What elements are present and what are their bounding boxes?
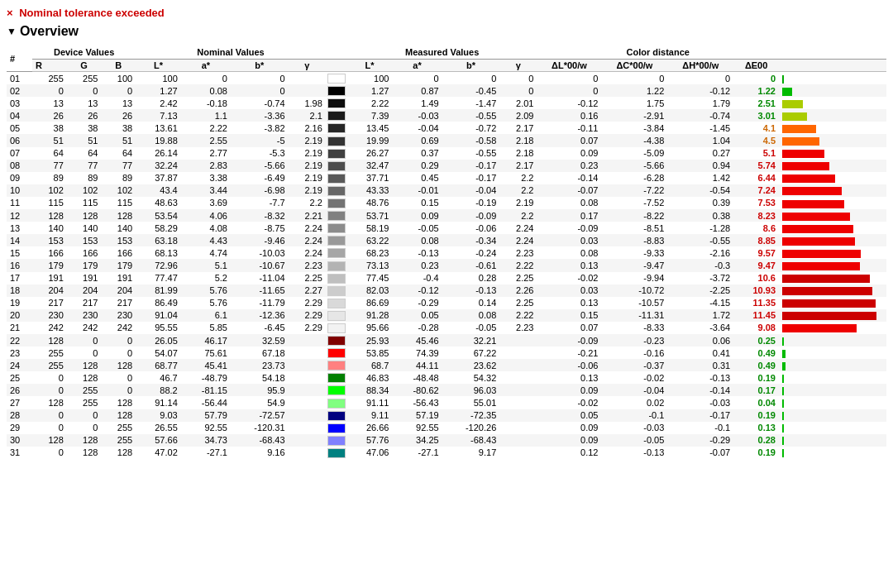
triangle-icon: ▼ bbox=[7, 26, 17, 37]
table-row: 27 128 255 128 91.14 -56.44 54.9 91.11 -… bbox=[7, 396, 886, 409]
cell-B: 115 bbox=[101, 197, 136, 209]
cell-Lmeas: 47.06 bbox=[347, 447, 393, 459]
table-row: 04 26 26 26 7.13 1.1 -3.36 2.1 7.39 -0.0… bbox=[7, 109, 886, 122]
cell-G: 128 bbox=[67, 434, 102, 447]
warning-text: Nominal tolerance exceeded bbox=[19, 7, 165, 19]
bar-indicator bbox=[782, 437, 784, 445]
cell-R: 0 bbox=[32, 371, 67, 384]
cell-dL: 0.03 bbox=[537, 234, 601, 246]
cell-dC: -0.02 bbox=[601, 371, 667, 384]
bar-indicator bbox=[782, 387, 784, 395]
cell-anom: 3.69 bbox=[181, 197, 231, 209]
cell-dH: 0.38 bbox=[667, 209, 733, 222]
cell-G: 255 bbox=[67, 72, 102, 85]
cell-Lnom: 46.7 bbox=[136, 371, 181, 384]
cell-Lmeas: 9.11 bbox=[347, 409, 393, 422]
cell-gmeas: 2.24 bbox=[499, 234, 537, 246]
cell-anom: 34.73 bbox=[181, 434, 231, 447]
cell-bar bbox=[779, 384, 886, 396]
cell-Lnom: 48.63 bbox=[136, 197, 181, 209]
cell-anom: 4.08 bbox=[181, 222, 231, 234]
cell-dC: -0.23 bbox=[601, 334, 667, 347]
cell-dL: 0.12 bbox=[537, 447, 601, 459]
cell-G: 166 bbox=[67, 246, 102, 259]
cell-dL: -0.02 bbox=[537, 396, 601, 409]
swatch-nominal bbox=[326, 422, 347, 434]
cell-dH: -0.13 bbox=[667, 371, 733, 384]
cell-dL: 0.13 bbox=[537, 297, 601, 309]
col-gmeas: γ bbox=[499, 60, 537, 72]
swatch-nominal bbox=[326, 396, 347, 409]
cell-dC: -0.16 bbox=[601, 347, 667, 359]
col-bmeas: b* bbox=[442, 60, 500, 72]
cell-bmeas: -68.43 bbox=[442, 434, 500, 447]
cell-dC: -5.66 bbox=[601, 160, 667, 172]
cell-B: 255 bbox=[101, 422, 136, 434]
cell-B: 77 bbox=[101, 160, 136, 172]
swatch-nominal bbox=[326, 246, 347, 259]
cell-bmeas: -0.09 bbox=[442, 209, 500, 222]
cell-dC: -0.05 bbox=[601, 434, 667, 447]
cell-id: 20 bbox=[7, 309, 32, 322]
table-row: 01 255 255 100 100 0 0 100 0 0 0 0 0 0 0 bbox=[7, 72, 886, 85]
cell-gmeas: 2.26 bbox=[499, 284, 537, 297]
cell-B: 0 bbox=[101, 347, 136, 359]
cell-ameas: 34.25 bbox=[392, 434, 442, 447]
cell-dE: 0 bbox=[733, 72, 779, 85]
cell-dH: 0.27 bbox=[667, 147, 733, 160]
cell-Lnom: 19.88 bbox=[136, 134, 181, 146]
col-bar bbox=[779, 60, 886, 72]
cell-Lmeas: 7.39 bbox=[347, 109, 393, 122]
cell-dC: -3.84 bbox=[601, 122, 667, 134]
cell-bmeas: 54.32 bbox=[442, 371, 500, 384]
cell-gmeas: 2.23 bbox=[499, 322, 537, 334]
cell-id: 31 bbox=[7, 447, 32, 459]
cell-dL: 0.07 bbox=[537, 322, 601, 334]
cell-dC: -8.33 bbox=[601, 322, 667, 334]
cell-bmeas: 0.08 bbox=[442, 309, 500, 322]
bar-indicator bbox=[782, 88, 792, 96]
cell-gnom: 2.19 bbox=[289, 160, 326, 172]
cell-gnom: 2.25 bbox=[289, 272, 326, 284]
col-anom: a* bbox=[181, 60, 231, 72]
swatch-nominal bbox=[326, 272, 347, 284]
cell-dC: -4.38 bbox=[601, 134, 667, 146]
cell-gmeas: 2.25 bbox=[499, 272, 537, 284]
cell-gmeas: 2.22 bbox=[499, 259, 537, 271]
cell-dC: 1.22 bbox=[601, 84, 667, 97]
cell-dH: 1.79 bbox=[667, 97, 733, 109]
bar-indicator bbox=[782, 237, 855, 246]
cell-Lnom: 91.14 bbox=[136, 396, 181, 409]
cell-bnom: -120.31 bbox=[231, 422, 289, 434]
table-row: 16 179 179 179 72.96 5.1 -10.67 2.23 73.… bbox=[7, 259, 886, 271]
cell-dH: 0.39 bbox=[667, 197, 733, 209]
cell-dC: -7.22 bbox=[601, 184, 667, 197]
bar-indicator bbox=[782, 250, 861, 258]
cell-dE: 0.49 bbox=[733, 359, 779, 371]
cell-gmeas bbox=[499, 371, 537, 384]
cell-R: 179 bbox=[32, 259, 67, 271]
cell-ameas: -0.01 bbox=[392, 184, 442, 197]
cell-ameas: 45.46 bbox=[392, 334, 442, 347]
cell-anom: 6.1 bbox=[181, 309, 231, 322]
cell-G: 115 bbox=[67, 197, 102, 209]
cell-ameas: -0.12 bbox=[392, 284, 442, 297]
cell-G: 0 bbox=[67, 347, 102, 359]
cell-gmeas bbox=[499, 396, 537, 409]
overview-heading: ▼ Overview bbox=[7, 24, 886, 39]
cell-dH: -0.07 bbox=[667, 447, 733, 459]
cell-Lnom: 77.47 bbox=[136, 272, 181, 284]
cell-R: 102 bbox=[32, 184, 67, 197]
cell-bnom: -10.67 bbox=[231, 259, 289, 271]
cell-B: 128 bbox=[101, 359, 136, 371]
cell-bnom: 54.18 bbox=[231, 371, 289, 384]
cell-gnom: 2.29 bbox=[289, 309, 326, 322]
cell-bnom: -6.45 bbox=[231, 322, 289, 334]
cell-G: 153 bbox=[67, 234, 102, 246]
cell-id: 01 bbox=[7, 72, 32, 85]
swatch-nominal bbox=[326, 209, 347, 222]
cell-anom: 5.85 bbox=[181, 322, 231, 334]
bar-indicator bbox=[782, 174, 835, 183]
bar-indicator bbox=[782, 262, 860, 270]
cell-bar bbox=[779, 322, 886, 334]
